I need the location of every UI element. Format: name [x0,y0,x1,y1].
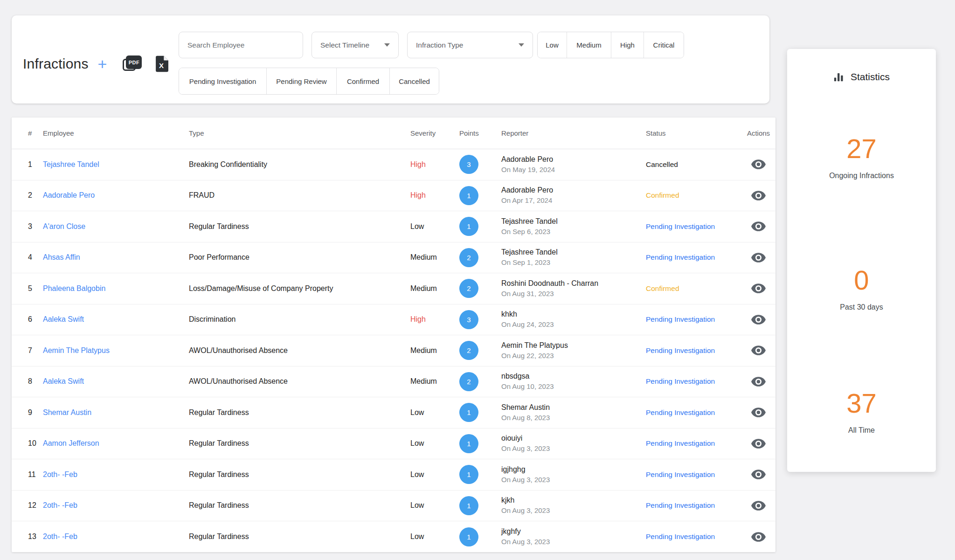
severity-label: Low [410,408,424,416]
points-badge: 1 [459,496,478,515]
eye-icon [751,253,766,263]
table-row: 10 Aamon Jefferson Regular Tardiness Low… [12,429,775,460]
infraction-type: Breaking Confidentiality [189,160,410,169]
view-infraction-button[interactable] [746,408,771,417]
view-infraction-button[interactable] [746,377,771,387]
employee-link[interactable]: Shemar Austin [43,408,91,416]
status-badge: Pending Investigation [646,408,715,416]
svg-text:X: X [159,62,164,69]
view-infraction-button[interactable] [746,191,771,200]
eye-icon [751,377,766,387]
bar-chart-icon [833,72,844,83]
view-infraction-button[interactable] [746,346,771,355]
severity-label: Low [410,501,424,509]
col-header-reporter: Reporter [501,129,646,137]
employee-link[interactable]: Aaleka Swift [43,315,84,323]
severity-filter-critical[interactable]: Critical [644,32,684,58]
row-number: 6 [12,315,43,324]
employee-link[interactable]: Ahsas Affin [43,253,80,261]
timeline-select[interactable]: Select Timeline [311,32,399,58]
reporter-name: Aadorable Pero [501,155,641,165]
eye-icon [751,408,766,417]
view-infraction-button[interactable] [746,159,771,169]
stat-label: All Time [787,426,936,435]
reporter-name: Tejashree Tandel [501,217,641,227]
stat-value: 0 [787,264,936,296]
status-badge: Confirmed [646,191,679,199]
stat-ongoing-infractions: 27 Ongoing Infractions [787,133,936,180]
infraction-type-select[interactable]: Infraction Type [407,32,533,58]
status-filter-pending-review[interactable]: Pending Review [267,68,337,94]
employee-link[interactable]: A'aron Close [43,222,85,230]
view-infraction-button[interactable] [746,253,771,263]
col-header-actions: Actions [746,129,775,137]
infraction-type: Regular Tardiness [189,222,410,231]
export-pdf-icon[interactable]: PDF [123,55,142,72]
points-badge: 2 [459,279,478,298]
view-infraction-button[interactable] [746,532,771,542]
table-row: 13 2oth- -Feb Regular Tardiness Low 1 jk… [12,521,775,553]
severity-filter-high[interactable]: High [611,32,644,58]
severity-filter-low[interactable]: Low [538,32,567,58]
view-infraction-button[interactable] [746,439,771,449]
employee-link[interactable]: Aadorable Pero [43,191,95,199]
severity-label: Low [410,222,424,230]
status-filter-cancelled[interactable]: Cancelled [390,68,439,94]
table-row: 5 Phaleena Balgobin Loss/Damage/Misuse o… [12,273,775,304]
row-number: 12 [12,501,43,510]
reporter-name: Aadorable Pero [501,186,641,195]
stat-label: Ongoing Infractions [787,172,936,180]
status-filter-confirmed[interactable]: Confirmed [337,68,390,94]
severity-label: Medium [410,377,437,385]
eye-icon [751,221,766,231]
employee-link[interactable]: Aamon Jefferson [43,439,99,447]
severity-label: Medium [410,284,437,292]
employee-link[interactable]: 2oth- -Feb [43,532,77,540]
status-filter-pending-investigation[interactable]: Pending Investigation [179,68,267,94]
search-employee-field[interactable] [179,32,303,58]
table-row: 6 Aaleka Swift Discrimination High 3 khk… [12,304,775,336]
table-row: 3 A'aron Close Regular Tardiness Low 1 T… [12,211,775,242]
reporter-date: On Aug 31, 2023 [501,289,641,298]
employee-link[interactable]: Phaleena Balgobin [43,284,105,292]
employee-link[interactable]: Aaleka Swift [43,377,84,385]
points-badge: 3 [459,155,478,174]
severity-label: High [410,191,426,199]
table-header-row: # Employee Type Severity Points Reporter… [12,118,775,149]
status-badge: Pending Investigation [646,439,715,447]
export-excel-icon[interactable]: X [155,55,168,72]
timeline-select-label: Select Timeline [320,41,369,49]
eye-icon [751,470,766,479]
eye-icon [751,159,766,169]
row-number: 7 [12,346,43,355]
status-filter-group: Pending Investigation Pending Review Con… [179,68,439,95]
employee-link[interactable]: 2oth- -Feb [43,501,77,509]
view-infraction-button[interactable] [746,283,771,293]
add-infraction-button[interactable]: + [98,57,107,71]
table-row: 8 Aaleka Swift AWOL/Unauthorised Absence… [12,366,775,398]
view-infraction-button[interactable] [746,315,771,325]
status-badge: Cancelled [646,160,678,168]
table-body: 1 Tejashree Tandel Breaking Confidential… [12,149,775,553]
reporter-name: igjhghg [501,465,641,475]
severity-filter-medium[interactable]: Medium [567,32,611,58]
chevron-down-icon [519,43,524,47]
employee-link[interactable]: 2oth- -Feb [43,470,77,478]
search-employee-input[interactable] [187,41,294,49]
view-infraction-button[interactable] [746,221,771,231]
page-title-row: Infractions + PDF X [23,55,168,72]
severity-label: High [410,160,426,168]
employee-link[interactable]: Aemin The Platypus [43,346,110,354]
points-badge: 1 [459,527,478,546]
reporter-name: nbsdgsa [501,372,641,381]
view-infraction-button[interactable] [746,470,771,479]
stat-value: 37 [787,387,936,419]
reporter-name: Tejashree Tandel [501,248,641,257]
status-badge: Pending Investigation [646,501,715,509]
view-infraction-button[interactable] [746,501,771,511]
infraction-type: FRAUD [189,191,410,200]
points-badge: 1 [459,434,478,453]
row-number: 1 [12,160,43,169]
reporter-date: On Sep 1, 2023 [501,257,641,267]
employee-link[interactable]: Tejashree Tandel [43,160,99,168]
